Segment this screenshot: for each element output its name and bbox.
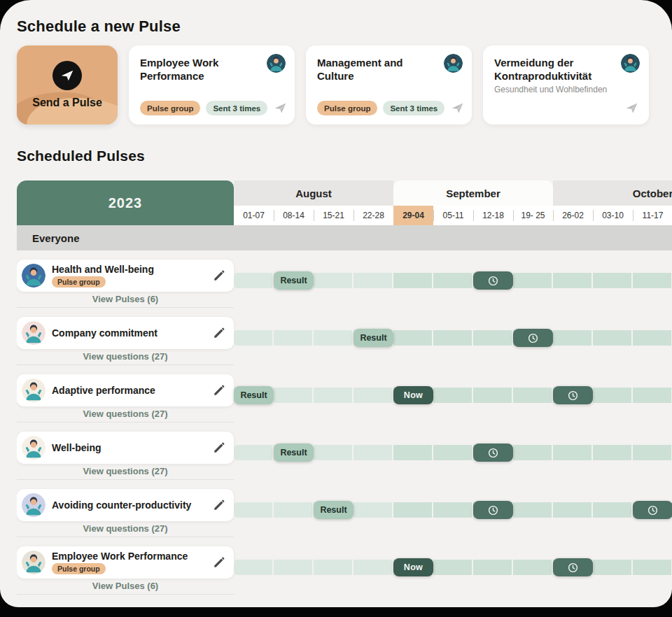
week-header-cell[interactable]: 08-14 <box>274 206 314 225</box>
view-link[interactable]: View Pulses (6) <box>17 294 234 304</box>
send-icon[interactable] <box>273 101 288 115</box>
schedule-bar-segment <box>354 560 392 575</box>
week-header-cell[interactable]: 01-07 <box>234 206 274 225</box>
pulse-row-card[interactable]: Health and Well-beingPulse group <box>17 260 234 292</box>
month-header: September <box>393 180 553 206</box>
pulse-row-info: Employee Work PerformancePulse group <box>52 551 188 574</box>
pulse-row-card[interactable]: Well-being <box>17 432 234 464</box>
edit-icon[interactable] <box>213 441 225 454</box>
send-icon[interactable] <box>624 101 639 115</box>
now-badge[interactable]: Now <box>393 386 433 404</box>
year-label: 2023 <box>108 195 143 211</box>
result-badge[interactable]: Result <box>314 501 354 519</box>
schedule-bar-segment <box>633 560 671 575</box>
month-header: August <box>234 180 393 206</box>
schedule-bar-segment <box>234 330 272 346</box>
clock-badge[interactable] <box>473 501 513 519</box>
result-badge[interactable]: Result <box>274 271 314 290</box>
view-link[interactable]: View questions (27) <box>17 409 234 419</box>
schedule-bar-segment <box>433 560 472 575</box>
view-link[interactable]: View questions (27) <box>17 351 234 362</box>
pulse-row-card[interactable]: Company commitment <box>17 317 234 349</box>
avatar <box>22 264 46 288</box>
week-header-cell[interactable]: 03-10 <box>593 206 633 225</box>
clock-badge[interactable] <box>473 444 513 462</box>
schedule-bar-segment <box>234 273 272 288</box>
week-header-cell[interactable]: 11-17 <box>633 206 672 225</box>
schedule-bar-segment <box>553 330 592 346</box>
week-header-cell[interactable]: 19- 25 <box>513 206 553 225</box>
pulse-row-card[interactable]: Adaptive performance <box>17 374 234 406</box>
edit-icon[interactable] <box>213 269 225 282</box>
send-icon[interactable] <box>450 101 465 115</box>
week-header-cell[interactable]: 29-04 <box>393 206 433 225</box>
result-badge[interactable]: Result <box>234 386 274 404</box>
send-a-pulse-button[interactable]: Send a Pulse <box>17 45 118 125</box>
clock-badge[interactable] <box>553 386 593 404</box>
clock-badge[interactable] <box>633 501 672 519</box>
pulse-row: Well-beingView questions (27)Result <box>17 423 672 480</box>
edit-icon[interactable] <box>213 499 225 511</box>
group-label: Everyone <box>32 232 80 244</box>
schedule-bar-segment <box>553 502 592 518</box>
clock-badge[interactable] <box>513 329 553 347</box>
schedule-bar-segment <box>593 273 631 288</box>
avatar <box>267 54 286 73</box>
edit-icon[interactable] <box>213 556 225 569</box>
schedule-bar-segment <box>314 560 352 575</box>
schedule-bar-segment <box>513 502 552 518</box>
week-header-cell[interactable]: 12-18 <box>473 206 513 225</box>
pulse-row-info: Company commitment <box>52 327 158 339</box>
schedule-bar-segment <box>553 445 592 460</box>
pulse-row-card[interactable]: Avoiding counter-productivity <box>17 489 234 521</box>
year-header: 2023 <box>17 180 234 225</box>
schedule-bar-segment <box>433 330 472 346</box>
pulse-row-title: Well-being <box>52 442 102 453</box>
pulse-row: Health and Well-beingPulse groupView Pul… <box>17 250 672 308</box>
schedule-bar-segment <box>433 388 472 403</box>
avatar <box>22 551 46 574</box>
row-divider <box>17 594 234 595</box>
pulse-template-card[interactable]: Management and CulturePulse groupSent 3 … <box>306 45 472 125</box>
result-badge[interactable]: Result <box>354 329 393 347</box>
view-link[interactable]: View Pulses (6) <box>17 581 234 591</box>
schedule-bar <box>234 330 671 346</box>
week-header-cell[interactable]: 22-28 <box>354 206 393 225</box>
clock-badge[interactable] <box>473 271 513 290</box>
schedule-bar-segment <box>513 560 552 575</box>
schedule-bar <box>234 560 671 575</box>
schedule-bar-segment <box>354 388 392 403</box>
avatar <box>22 436 46 460</box>
week-header-cell[interactable]: 15-21 <box>314 206 354 225</box>
clock-badge[interactable] <box>553 558 593 576</box>
now-badge[interactable]: Now <box>393 558 433 576</box>
week-header-cell[interactable]: 26-02 <box>553 206 593 225</box>
schedule-bar-segment <box>393 445 432 460</box>
pulse-template-card[interactable]: Vermeidung der KontraproduktivitätGesund… <box>483 45 649 125</box>
pulse-row-title: Adaptive performance <box>52 385 155 396</box>
schedule-bar-segment <box>593 445 631 460</box>
schedule-bar-segment <box>393 273 432 288</box>
schedule-bar-segment <box>234 445 272 460</box>
pulse-row: Company commitmentView questions (27)Res… <box>17 308 672 365</box>
schedule-bar-segment <box>314 445 352 460</box>
schedule-bar-segment <box>553 273 592 288</box>
edit-icon[interactable] <box>213 327 225 339</box>
week-header-cell[interactable]: 05-11 <box>433 206 473 225</box>
pulse-row-card[interactable]: Employee Work PerformancePulse group <box>17 546 234 579</box>
schedule-bar-segment <box>234 560 272 575</box>
schedule-bar-segment <box>234 502 272 518</box>
avatar <box>22 321 46 345</box>
view-link[interactable]: View questions (27) <box>17 523 234 534</box>
view-link[interactable]: View questions (27) <box>17 466 234 476</box>
result-badge[interactable]: Result <box>274 444 314 462</box>
schedule-bar-segment <box>513 388 552 403</box>
schedule-bar-segment <box>473 560 512 575</box>
pulse-row-title: Company commitment <box>52 327 158 339</box>
pulse-template-card[interactable]: Employee Work PerformancePulse groupSent… <box>129 45 295 125</box>
send-a-pulse-label: Send a Pulse <box>32 97 102 109</box>
new-pulse-card-row: Send a Pulse Employee Work PerformancePu… <box>17 45 649 125</box>
edit-icon[interactable] <box>213 384 225 397</box>
scheduled-pulses-title: Scheduled Pulses <box>17 148 145 164</box>
pulse-row: Adaptive performanceView questions (27)R… <box>17 365 672 423</box>
